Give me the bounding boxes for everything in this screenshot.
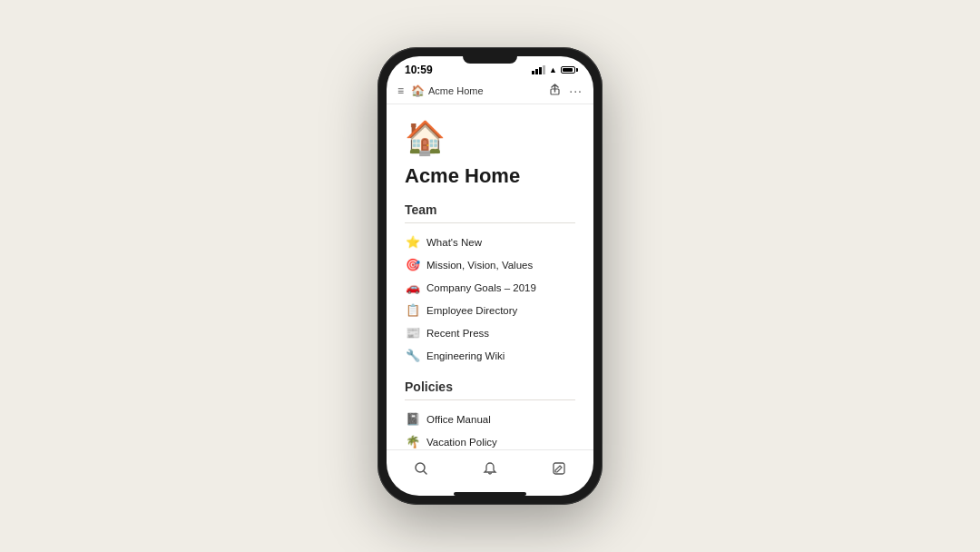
browser-title: Acme Home	[428, 85, 484, 96]
browser-favicon: 🏠	[411, 84, 425, 97]
press-label: Recent Press	[426, 328, 489, 339]
office-manual-icon: 📓	[405, 412, 421, 426]
search-nav-item[interactable]	[405, 456, 437, 481]
bell-nav-item[interactable]	[474, 456, 506, 481]
phone-screen: 10:59 ▲ ≡ 🏠 Acme Home	[387, 56, 593, 496]
page-title: Acme Home	[405, 164, 575, 188]
employee-icon: 📋	[405, 303, 421, 317]
status-time: 10:59	[405, 64, 433, 76]
battery-icon	[561, 66, 575, 74]
team-section-title: Team	[405, 202, 575, 217]
phone-frame: 10:59 ▲ ≡ 🏠 Acme Home	[377, 47, 603, 505]
browser-more-icon[interactable]: ···	[569, 84, 583, 98]
mission-icon: 🎯	[405, 258, 421, 271]
compose-nav-item[interactable]	[543, 456, 575, 481]
mission-label: Mission, Vision, Values	[426, 260, 533, 271]
browser-share-icon[interactable]	[550, 84, 560, 98]
page-icon: 🏠	[405, 119, 575, 157]
list-item[interactable]: 🎯 Mission, Vision, Values	[405, 253, 575, 276]
svg-line-2	[424, 471, 426, 474]
office-manual-label: Office Manual	[426, 414, 491, 425]
signal-icon	[532, 65, 545, 74]
engineering-icon: 🔧	[405, 349, 421, 362]
list-item[interactable]: 🔧 Engineering Wiki	[405, 344, 575, 367]
list-item[interactable]: 📓 Office Manual	[405, 408, 575, 430]
browser-actions: ···	[550, 84, 583, 98]
press-icon: 📰	[405, 326, 421, 340]
list-item[interactable]: 📰 Recent Press	[405, 321, 575, 344]
bottom-nav	[387, 449, 593, 490]
notch	[463, 56, 517, 64]
list-item[interactable]: 📋 Employee Directory	[405, 299, 575, 321]
policies-section: Policies 📓 Office Manual 🌴 Vacation Poli…	[405, 380, 575, 449]
list-item[interactable]: ⭐ What's New	[405, 231, 575, 253]
team-section: Team ⭐ What's New 🎯 Mission, Vision, Val…	[405, 202, 575, 367]
vacation-icon: 🌴	[405, 435, 421, 448]
list-item[interactable]: 🌴 Vacation Policy	[405, 430, 575, 449]
status-icons: ▲	[532, 65, 575, 74]
browser-menu-icon[interactable]: ≡	[397, 84, 404, 97]
policies-section-title: Policies	[405, 380, 575, 394]
goals-icon: 🚗	[405, 281, 421, 294]
team-divider	[405, 222, 575, 223]
home-indicator	[454, 492, 526, 496]
whats-new-icon: ⭐	[405, 235, 421, 249]
vacation-label: Vacation Policy	[426, 437, 497, 448]
engineering-label: Engineering Wiki	[426, 350, 505, 361]
policies-divider	[405, 399, 575, 400]
page-content: 🏠 Acme Home Team ⭐ What's New 🎯 Mission,…	[387, 104, 593, 449]
employee-label: Employee Directory	[426, 305, 517, 316]
wifi-icon: ▲	[549, 65, 557, 74]
list-item[interactable]: 🚗 Company Goals – 2019	[405, 276, 575, 299]
goals-label: Company Goals – 2019	[426, 282, 536, 293]
whats-new-label: What's New	[426, 237, 482, 248]
browser-title-area[interactable]: 🏠 Acme Home	[411, 84, 543, 97]
browser-bar: ≡ 🏠 Acme Home ···	[387, 80, 593, 104]
